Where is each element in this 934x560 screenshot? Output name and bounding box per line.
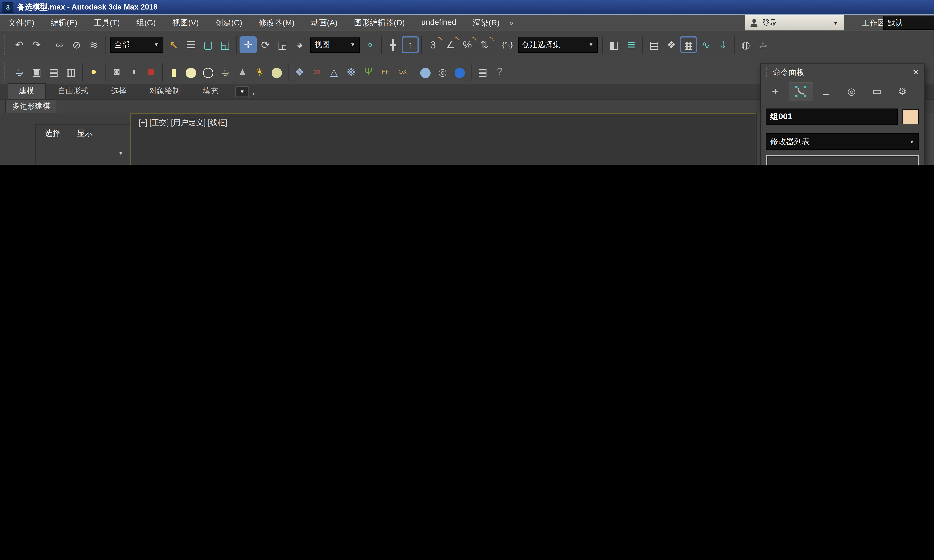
menu-item-0[interactable]: 文件(F) — [0, 17, 43, 28]
menu-item-10[interactable]: 渲染(R) — [464, 17, 508, 28]
explorer-dropdown-icon[interactable]: ▼ — [118, 151, 123, 156]
help-icon[interactable]: ? — [491, 63, 509, 80]
rect-region-icon[interactable]: ▢ — [199, 36, 217, 53]
light-panel-icon[interactable]: ● — [85, 63, 102, 80]
egg-light-icon[interactable]: ⬤ — [182, 63, 199, 80]
viewport[interactable]: [+] [正交] [用户定义] [线框] — [130, 113, 756, 165]
video-camera-icon[interactable]: ◙ — [142, 63, 160, 80]
viewport-label[interactable]: [+] [正交] [用户定义] [线框] — [139, 117, 227, 128]
snap-spinner-icon[interactable]: ⇅⌒ — [476, 36, 493, 53]
selection-filter-dropdown[interactable]: 全部▼ — [110, 37, 163, 52]
hair-icon[interactable]: HF — [377, 63, 394, 80]
select-move-icon[interactable]: ✛ — [239, 36, 257, 53]
bind-spacewarp-icon[interactable]: ≋ — [85, 36, 102, 53]
toolbar-separator — [48, 36, 48, 54]
ribbon-minimize-icon[interactable]: ▼ — [235, 86, 249, 97]
ribbon-tab-建模[interactable]: 建模 — [8, 83, 46, 99]
sun-icon[interactable]: ☀ — [251, 63, 268, 80]
tab-display[interactable]: ▭ — [865, 82, 889, 101]
render-teapot-icon[interactable]: ☕ — [11, 63, 28, 80]
use-pivot-center-icon[interactable]: ⌖ — [362, 36, 379, 53]
menu-item-3[interactable]: 组(G) — [128, 17, 164, 28]
ribbon-tab-选择[interactable]: 选择 — [100, 84, 137, 99]
render-setup-icon[interactable]: ☕ — [754, 36, 772, 53]
exclude-sphere-icon[interactable]: ⬤ — [451, 63, 468, 80]
login-dropdown[interactable]: 登录 ▼ — [745, 15, 844, 31]
scene-explorer-icon[interactable]: ❖ — [663, 36, 680, 53]
menu-overflow-icon[interactable]: » — [509, 18, 513, 28]
keyboard-override-icon[interactable]: ↑ — [402, 36, 419, 53]
named-sets-dropdown[interactable]: 创建选择集▼ — [518, 37, 598, 52]
light-lister-icon[interactable]: ▤ — [45, 63, 62, 80]
undo-icon[interactable]: ↶ — [11, 36, 28, 53]
chevron-down-icon[interactable]: ▾ — [252, 91, 255, 97]
window-crossing-icon[interactable]: ◱ — [217, 36, 234, 53]
modifier-list-dropdown[interactable]: 修改器列表 ▼ — [766, 133, 919, 150]
explorer-menu-显示[interactable]: 显示 — [77, 128, 93, 143]
tab-modify[interactable] — [789, 82, 813, 101]
exposure-panel-icon[interactable]: ▥ — [62, 63, 79, 80]
metaballs-icon[interactable]: ∞ — [308, 63, 325, 80]
object-name-field[interactable]: 组001 — [766, 109, 898, 125]
mirror-icon[interactable]: ◧ — [606, 36, 623, 53]
menu-item-1[interactable]: 编辑(E) — [43, 17, 86, 28]
blob-icon[interactable]: ❉ — [342, 63, 360, 80]
material-editor-icon[interactable]: ◍ — [737, 36, 754, 53]
modifier-stack[interactable] — [766, 155, 919, 165]
select-scale-icon[interactable]: ◲ — [274, 36, 291, 53]
egg-icon[interactable]: ⬤ — [268, 63, 285, 80]
explorer-menu-选择[interactable]: 选择 — [45, 128, 60, 143]
snap-angle-icon[interactable]: ∠⌒ — [442, 36, 459, 53]
camera-view-icon[interactable]: ◖ — [125, 63, 142, 80]
select-manipulate-icon[interactable]: ╋ — [384, 36, 402, 53]
fur-icon[interactable]: OX — [394, 63, 411, 80]
tab-motion[interactable]: ◎ — [840, 82, 863, 101]
snap-3d-icon[interactable]: 3⌒ — [424, 36, 442, 53]
tab-utilities[interactable]: ⚙ — [890, 82, 914, 101]
menu-item-5[interactable]: 创建(C) — [207, 17, 251, 28]
curve-editor-icon[interactable]: ∿ — [697, 36, 714, 53]
menu-item-2[interactable]: 工具(T) — [86, 17, 128, 28]
rendered-frame-icon[interactable]: ▣ — [28, 63, 45, 80]
box-light-icon[interactable]: ▮ — [165, 63, 182, 80]
tab-create[interactable]: + — [763, 82, 788, 101]
select-rotate-icon[interactable]: ⟳ — [257, 36, 274, 53]
schematic-panel-icon[interactable]: ▤ — [474, 63, 491, 80]
menu-item-9[interactable]: undefined — [413, 17, 464, 28]
menu-item-7[interactable]: 动画(A) — [303, 17, 346, 28]
ribbon-tab-填充[interactable]: 填充 — [192, 84, 229, 99]
object-color-swatch[interactable] — [902, 109, 919, 125]
command-panel-header[interactable]: 命令面板 ✕ — [761, 64, 924, 81]
tab-hierarchy[interactable]: ⊥ — [814, 82, 838, 101]
layer-manager-icon[interactable]: ▤ — [646, 36, 663, 53]
ribbon-tab-自由形式[interactable]: 自由形式 — [47, 84, 99, 99]
grass-icon[interactable]: Ψ — [359, 63, 377, 80]
select-object-icon[interactable]: ↖ — [165, 36, 182, 53]
select-by-name-icon[interactable]: ☰ — [182, 36, 199, 53]
unlink-icon[interactable]: ⊘ — [68, 36, 85, 53]
sphere-icon[interactable]: ⬤ — [417, 63, 434, 80]
sphere-light-icon[interactable]: ◯ — [199, 63, 217, 80]
ribbon-toggle-icon[interactable]: ▦ — [680, 36, 697, 53]
edit-named-sets-icon[interactable]: {✎} — [499, 36, 516, 53]
menu-item-8[interactable]: 图形编辑器(D) — [346, 17, 413, 28]
particle-array-icon[interactable]: ❖ — [291, 63, 308, 80]
ribbon-panel-polymodeling[interactable]: 多边形建模 — [5, 100, 57, 114]
workspace-dropdown[interactable]: 默认 ▼ — [883, 17, 934, 30]
select-camera-icon[interactable]: ◎ — [434, 63, 451, 80]
ribbon-tab-对象绘制[interactable]: 对象绘制 — [139, 84, 191, 99]
camera-icon[interactable]: ◙ — [108, 63, 125, 80]
snap-percent-icon[interactable]: %⌒ — [459, 36, 476, 53]
link-icon[interactable]: ∞ — [51, 36, 68, 53]
menu-item-6[interactable]: 修改器(M) — [251, 17, 303, 28]
ref-coord-dropdown[interactable]: 视图▼ — [310, 37, 359, 52]
select-place-icon[interactable]: ◕ — [291, 36, 308, 53]
redo-icon[interactable]: ↷ — [28, 36, 45, 53]
emitter-icon[interactable]: △ — [325, 63, 342, 80]
wire-teapot-icon[interactable]: ☕ — [217, 63, 234, 80]
cone-icon[interactable]: ▲ — [234, 63, 251, 80]
schematic-view-icon[interactable]: ⇩ — [714, 36, 732, 53]
close-icon[interactable]: ✕ — [912, 68, 919, 77]
menu-item-4[interactable]: 视图(V) — [164, 17, 207, 28]
align-icon[interactable]: ≣ — [623, 36, 640, 53]
